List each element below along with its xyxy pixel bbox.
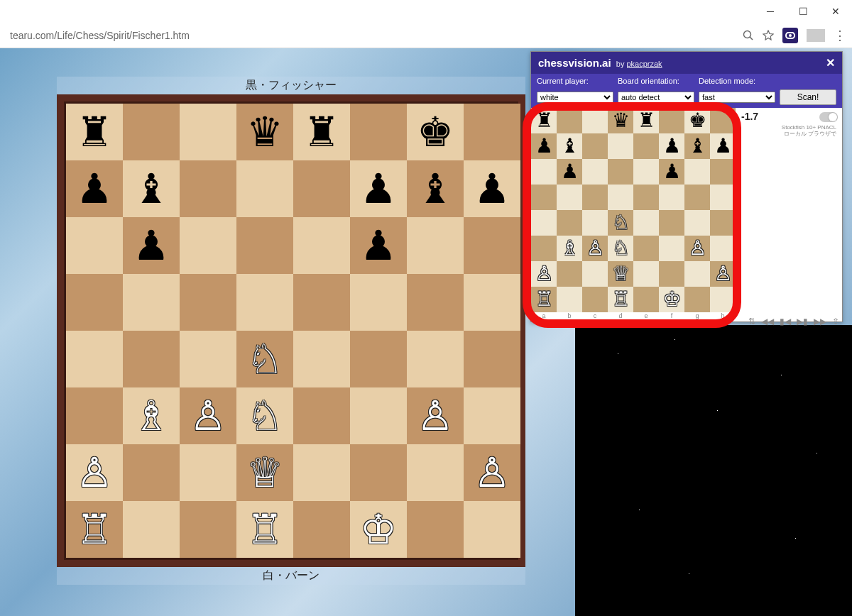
square-d1[interactable]: ♖ (608, 287, 633, 312)
square-b5[interactable] (123, 274, 180, 331)
first-move-icon[interactable]: ◀◀ (761, 317, 774, 326)
square-c6[interactable] (180, 217, 236, 274)
square-f3[interactable] (350, 387, 407, 444)
square-g8[interactable]: ♚ (407, 104, 464, 160)
square-g7[interactable]: ♝ (684, 133, 710, 159)
square-d5[interactable] (236, 274, 293, 331)
square-f2[interactable] (350, 444, 407, 501)
select-detection[interactable]: fast (699, 92, 775, 103)
square-d4[interactable]: ♘ (608, 210, 633, 236)
square-h4[interactable] (464, 331, 520, 387)
square-a8[interactable]: ♜ (531, 108, 557, 133)
square-b5[interactable] (557, 185, 582, 210)
square-d2[interactable]: ♕ (608, 261, 633, 287)
square-h8[interactable] (464, 104, 520, 160)
square-a7[interactable]: ♟ (531, 133, 557, 159)
square-a4[interactable] (531, 210, 557, 236)
chess-board[interactable]: ♜♛♜♚♟♝♟♝♟♟♟♘♗♙♘♙♙♕♙♖♖♔ (66, 104, 516, 558)
square-c7[interactable] (582, 133, 608, 159)
square-a2[interactable]: ♙ (531, 261, 557, 287)
square-a8[interactable]: ♜ (66, 104, 123, 160)
square-f5[interactable] (659, 185, 684, 210)
square-d3[interactable]: ♘ (608, 236, 633, 261)
square-b3[interactable]: ♗ (557, 236, 582, 261)
square-g4[interactable] (407, 331, 464, 387)
square-d8[interactable]: ♛ (608, 108, 633, 133)
square-f3[interactable] (659, 236, 684, 261)
square-f7[interactable]: ♟ (659, 133, 684, 159)
square-c4[interactable] (582, 210, 608, 236)
window-maximize-button[interactable]: ☐ (787, 0, 819, 23)
square-g3[interactable]: ♙ (684, 236, 710, 261)
share-icon[interactable]: ⇪ (832, 317, 839, 326)
square-h2[interactable]: ♙ (464, 444, 520, 501)
profile-icon[interactable] (807, 29, 825, 42)
square-h4[interactable] (710, 210, 736, 236)
window-close-button[interactable]: ✕ (819, 0, 852, 23)
square-c3[interactable]: ♙ (180, 387, 236, 444)
square-b3[interactable]: ♗ (123, 387, 180, 444)
square-f5[interactable] (350, 274, 407, 331)
square-g6[interactable] (684, 159, 710, 185)
square-f8[interactable] (350, 104, 407, 160)
square-d8[interactable]: ♛ (236, 104, 293, 160)
prev-move-icon[interactable]: ▮◀ (780, 317, 791, 326)
square-e3[interactable] (633, 236, 659, 261)
square-h3[interactable] (710, 236, 736, 261)
square-b4[interactable] (557, 210, 582, 236)
square-a6[interactable] (531, 159, 557, 185)
square-h1[interactable] (464, 501, 520, 558)
square-f7[interactable]: ♟ (350, 160, 407, 217)
square-a5[interactable] (531, 185, 557, 210)
square-b7[interactable]: ♝ (557, 133, 582, 159)
square-c7[interactable] (180, 160, 236, 217)
square-h2[interactable]: ♙ (710, 261, 736, 287)
detected-board[interactable]: ♜♛♜♚♟♝♟♝♟♟♟♘♗♙♘♙♙♕♙♖♖♔ (531, 108, 736, 312)
zoom-icon[interactable] (743, 30, 754, 41)
square-b2[interactable] (557, 261, 582, 287)
square-a3[interactable] (531, 236, 557, 261)
square-b8[interactable] (557, 108, 582, 133)
square-c2[interactable] (582, 261, 608, 287)
square-b1[interactable] (123, 501, 180, 558)
square-c4[interactable] (180, 331, 236, 387)
square-e6[interactable] (293, 217, 350, 274)
square-c3[interactable]: ♙ (582, 236, 608, 261)
square-d5[interactable] (608, 185, 633, 210)
square-c5[interactable] (180, 274, 236, 331)
square-c8[interactable] (582, 108, 608, 133)
square-e5[interactable] (633, 185, 659, 210)
square-c2[interactable] (180, 444, 236, 501)
square-g5[interactable] (407, 274, 464, 331)
square-g2[interactable] (684, 261, 710, 287)
square-a4[interactable] (66, 331, 123, 387)
square-a7[interactable]: ♟ (66, 160, 123, 217)
square-d1[interactable]: ♖ (236, 501, 293, 558)
square-b6[interactable]: ♟ (123, 217, 180, 274)
square-a1[interactable]: ♖ (531, 287, 557, 312)
square-b8[interactable] (123, 104, 180, 160)
window-minimize-button[interactable]: ─ (754, 0, 787, 23)
square-e4[interactable] (633, 210, 659, 236)
square-b4[interactable] (123, 331, 180, 387)
square-g4[interactable] (684, 210, 710, 236)
square-g5[interactable] (684, 185, 710, 210)
square-h6[interactable] (710, 159, 736, 185)
square-e4[interactable] (293, 331, 350, 387)
square-f1[interactable]: ♔ (350, 501, 407, 558)
chessvision-extension-icon[interactable] (782, 28, 798, 43)
square-a3[interactable] (66, 387, 123, 444)
square-g8[interactable]: ♚ (684, 108, 710, 133)
square-c6[interactable] (582, 159, 608, 185)
square-g3[interactable]: ♙ (407, 387, 464, 444)
square-h5[interactable] (464, 274, 520, 331)
square-g6[interactable] (407, 217, 464, 274)
square-f6[interactable]: ♟ (350, 217, 407, 274)
browser-menu-icon[interactable]: ⋮ (834, 28, 845, 43)
square-d7[interactable] (608, 133, 633, 159)
square-d7[interactable] (236, 160, 293, 217)
square-e2[interactable] (293, 444, 350, 501)
square-a6[interactable] (66, 217, 123, 274)
square-d3[interactable]: ♘ (236, 387, 293, 444)
square-b6[interactable]: ♟ (557, 159, 582, 185)
